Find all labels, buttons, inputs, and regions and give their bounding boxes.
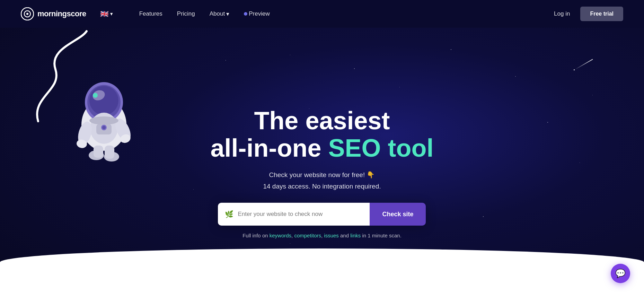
logo-text: morningscore — [37, 9, 86, 18]
logo-icon — [21, 7, 34, 20]
bottom-description: Full info on keywords, competitors, issu… — [210, 233, 433, 238]
lang-arrow: ▾ — [110, 11, 113, 17]
star — [226, 60, 226, 61]
keywords-link[interactable]: keywords — [270, 233, 291, 238]
svg-point-2 — [26, 13, 28, 15]
star — [193, 189, 194, 190]
hero-title-accent: SEO tool — [328, 134, 434, 162]
svg-point-22 — [93, 93, 98, 98]
login-link[interactable]: Log in — [554, 10, 570, 17]
leaf-icon: 🌿 — [225, 210, 233, 218]
star — [515, 76, 516, 77]
nav-item-pricing[interactable]: Pricing — [171, 8, 201, 20]
check-site-button[interactable]: Check site — [370, 203, 426, 226]
star — [290, 55, 290, 55]
flag-icon: 🇬🇧 — [100, 10, 109, 18]
nav-links: Features Pricing About ▾ Preview — [134, 8, 554, 20]
logo[interactable]: morningscore — [21, 7, 86, 20]
star — [399, 87, 400, 88]
links-link[interactable]: links — [350, 233, 361, 238]
star — [547, 122, 548, 123]
nav-item-features[interactable]: Features — [134, 8, 168, 20]
hero-section: The easiest all-in-one SEO tool Check yo… — [0, 28, 644, 297]
svg-rect-19 — [94, 146, 103, 158]
nav-item-about[interactable]: About ▾ — [204, 8, 235, 20]
chat-widget[interactable]: 💬 — [611, 264, 630, 283]
star — [580, 163, 580, 163]
free-trial-button[interactable]: Free trial — [580, 7, 623, 21]
star — [483, 216, 484, 217]
hero-content: The easiest all-in-one SEO tool Check yo… — [210, 107, 433, 239]
chat-icon: 💬 — [615, 269, 626, 278]
astronaut-illustration — [55, 69, 152, 201]
website-check-form: 🌿 Check site — [218, 203, 426, 226]
svg-rect-20 — [105, 146, 114, 159]
svg-point-6 — [89, 86, 118, 115]
svg-point-12 — [102, 126, 106, 129]
preview-dot-icon — [244, 12, 247, 16]
hero-subtitle-2: 14 days access. No integration required. — [210, 183, 433, 190]
hero-title-line2: all-in-one — [210, 134, 321, 162]
navbar: morningscore 🇬🇧 ▾ Features Pricing About… — [0, 0, 644, 28]
star — [451, 49, 451, 50]
nav-right: Log in Free trial — [554, 7, 623, 21]
shooting-star — [574, 69, 575, 70]
about-dropdown-arrow: ▾ — [226, 10, 229, 18]
svg-point-21 — [89, 116, 118, 125]
hero-subtitle-1: Check your website now for free! 👇 — [210, 170, 433, 180]
language-selector[interactable]: 🇬🇧 ▾ — [100, 10, 113, 18]
star — [592, 95, 593, 95]
hero-title: The easiest all-in-one SEO tool — [210, 107, 433, 162]
issues-link[interactable]: issues — [324, 233, 339, 238]
hero-title-line1: The easiest — [254, 107, 390, 134]
star — [354, 68, 355, 69]
nav-item-preview[interactable]: Preview — [238, 8, 275, 20]
competitors-link[interactable]: competitors — [294, 233, 321, 238]
search-input-wrapper: 🌿 — [218, 203, 370, 226]
wave-decoration — [0, 248, 644, 297]
website-input[interactable] — [238, 203, 363, 226]
star — [290, 243, 291, 244]
